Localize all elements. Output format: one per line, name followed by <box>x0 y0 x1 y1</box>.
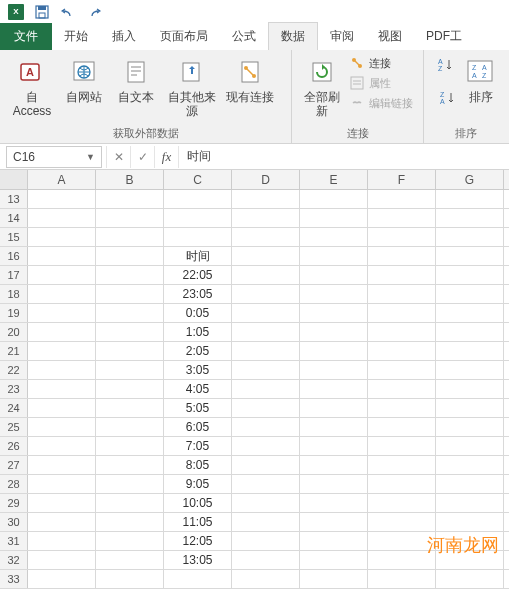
cell[interactable] <box>96 456 164 474</box>
row-header[interactable]: 14 <box>0 209 28 227</box>
save-button[interactable] <box>30 1 54 23</box>
cell[interactable] <box>368 418 436 436</box>
cell[interactable] <box>436 247 504 265</box>
file-tab[interactable]: 文件 <box>0 23 52 50</box>
cell[interactable] <box>300 494 368 512</box>
properties-button[interactable]: 属性 <box>347 74 415 92</box>
row-header[interactable]: 31 <box>0 532 28 550</box>
cell[interactable]: 3:05 <box>164 361 232 379</box>
tab-insert[interactable]: 插入 <box>100 23 148 50</box>
row-header[interactable]: 33 <box>0 570 28 588</box>
cell[interactable] <box>368 323 436 341</box>
cell[interactable] <box>96 532 164 550</box>
edit-links-button[interactable]: 编辑链接 <box>347 94 415 112</box>
cell[interactable] <box>300 190 368 208</box>
cell[interactable] <box>96 342 164 360</box>
formula-input[interactable]: 时间 <box>178 146 509 168</box>
cell[interactable] <box>300 532 368 550</box>
cell[interactable]: 8:05 <box>164 456 232 474</box>
cell[interactable] <box>28 399 96 417</box>
cell[interactable] <box>436 513 504 531</box>
cell[interactable] <box>300 266 368 284</box>
row-header[interactable]: 27 <box>0 456 28 474</box>
cell[interactable] <box>96 247 164 265</box>
cell[interactable]: 0:05 <box>164 304 232 322</box>
cell[interactable] <box>436 437 504 455</box>
cell[interactable] <box>232 342 300 360</box>
row-header[interactable]: 25 <box>0 418 28 436</box>
existing-conn-button[interactable]: 现有连接 <box>224 54 276 106</box>
tab-formulas[interactable]: 公式 <box>220 23 268 50</box>
tab-data[interactable]: 数据 <box>268 22 318 50</box>
row-header[interactable]: 32 <box>0 551 28 569</box>
cell[interactable] <box>232 380 300 398</box>
cell[interactable]: 时间 <box>164 247 232 265</box>
cell[interactable] <box>28 266 96 284</box>
row-header[interactable]: 30 <box>0 513 28 531</box>
cell[interactable] <box>300 247 368 265</box>
cell[interactable] <box>28 437 96 455</box>
cell[interactable] <box>368 399 436 417</box>
cell[interactable] <box>436 361 504 379</box>
cell[interactable] <box>300 456 368 474</box>
cell[interactable] <box>232 418 300 436</box>
cell[interactable] <box>300 513 368 531</box>
cell[interactable] <box>436 285 504 303</box>
cell[interactable] <box>300 437 368 455</box>
cell[interactable] <box>232 209 300 227</box>
cell[interactable] <box>232 513 300 531</box>
row-header[interactable]: 29 <box>0 494 28 512</box>
row-header[interactable]: 26 <box>0 437 28 455</box>
cell[interactable] <box>368 380 436 398</box>
cell[interactable] <box>368 266 436 284</box>
row-header[interactable]: 19 <box>0 304 28 322</box>
cell[interactable] <box>232 399 300 417</box>
cell[interactable] <box>232 190 300 208</box>
cell[interactable] <box>232 266 300 284</box>
cell[interactable] <box>368 304 436 322</box>
cell[interactable] <box>300 418 368 436</box>
refresh-all-button[interactable]: 全部刷新 <box>300 54 343 121</box>
cell[interactable] <box>96 361 164 379</box>
cell[interactable] <box>232 437 300 455</box>
cell[interactable] <box>436 418 504 436</box>
cell[interactable]: 11:05 <box>164 513 232 531</box>
cell[interactable] <box>436 228 504 246</box>
cell[interactable] <box>436 570 504 588</box>
row-header[interactable]: 20 <box>0 323 28 341</box>
cell[interactable] <box>96 380 164 398</box>
cell[interactable] <box>96 399 164 417</box>
cell[interactable] <box>96 323 164 341</box>
cell[interactable]: 6:05 <box>164 418 232 436</box>
cell[interactable] <box>368 361 436 379</box>
cell[interactable] <box>232 456 300 474</box>
cell[interactable] <box>28 418 96 436</box>
row-header[interactable]: 23 <box>0 380 28 398</box>
cell[interactable] <box>436 190 504 208</box>
cell[interactable]: 1:05 <box>164 323 232 341</box>
cell[interactable] <box>96 304 164 322</box>
row-header[interactable]: 18 <box>0 285 28 303</box>
cell[interactable] <box>28 513 96 531</box>
cell[interactable] <box>436 323 504 341</box>
from-web-button[interactable]: 自网站 <box>60 54 108 106</box>
cell[interactable] <box>300 475 368 493</box>
name-box[interactable]: C16 ▼ <box>6 146 102 168</box>
cell[interactable] <box>368 209 436 227</box>
cell[interactable] <box>96 437 164 455</box>
cell[interactable] <box>28 228 96 246</box>
cell[interactable] <box>300 570 368 588</box>
cell[interactable] <box>96 418 164 436</box>
row-header[interactable]: 21 <box>0 342 28 360</box>
row-header[interactable]: 28 <box>0 475 28 493</box>
cell[interactable] <box>96 190 164 208</box>
cell[interactable] <box>368 570 436 588</box>
col-header[interactable]: B <box>96 170 164 189</box>
cell[interactable] <box>300 361 368 379</box>
cell[interactable] <box>436 399 504 417</box>
cancel-formula-button[interactable]: ✕ <box>106 146 130 168</box>
tab-review[interactable]: 审阅 <box>318 23 366 50</box>
tab-pagelayout[interactable]: 页面布局 <box>148 23 220 50</box>
cell[interactable]: 7:05 <box>164 437 232 455</box>
cell[interactable] <box>368 228 436 246</box>
